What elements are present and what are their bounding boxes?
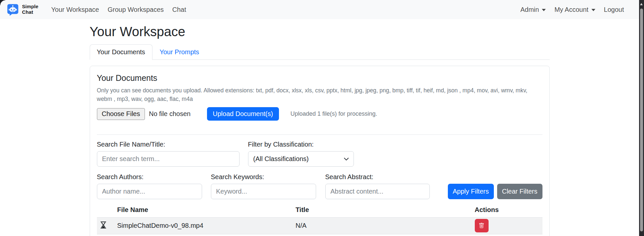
top-navbar: Simple Chat Your Workspace Group Workspa… [0, 0, 644, 19]
clear-filters-button[interactable]: Clear Filters [497, 184, 542, 199]
your-documents-card: Your Documents Only you can see document… [90, 66, 550, 236]
choose-files-button[interactable]: Choose Files [97, 108, 145, 120]
search-keywords-label: Search Keywords: [211, 173, 316, 181]
search-filename-label: Search File Name/Title: [97, 141, 240, 148]
nav-item-your-workspace[interactable]: Your Workspace [47, 3, 104, 17]
delete-document-button[interactable] [475, 219, 489, 232]
upload-status-text: Uploaded 1 file(s) for processing. [290, 110, 377, 117]
no-file-chosen-text: No file chosen [149, 110, 191, 118]
search-keywords-input[interactable] [211, 184, 316, 199]
caret-down-icon [591, 9, 595, 11]
filter-row-2: Search Authors: Search Keywords: Search … [97, 173, 542, 199]
card-heading: Your Documents [97, 73, 542, 83]
nav-item-chat[interactable]: Chat [168, 3, 190, 17]
trash-icon [479, 223, 484, 228]
search-authors-input[interactable] [97, 184, 202, 199]
search-abstract-input[interactable] [325, 184, 430, 199]
nav-dropdown-admin[interactable]: Admin [516, 3, 550, 17]
main-container: Your Workspace Your Documents Your Promp… [90, 24, 550, 236]
apply-filters-button[interactable]: Apply Filters [448, 184, 494, 199]
file-input[interactable]: Choose Files No file chosen [97, 108, 207, 120]
caret-down-icon [542, 9, 546, 11]
column-header-actions: Actions [475, 206, 542, 214]
nav-dropdown-my-account[interactable]: My Account [550, 3, 599, 17]
column-header-file-name: File Name [117, 206, 296, 214]
allowed-extensions-text: Only you can see documents you upload. A… [97, 86, 542, 104]
title-cell: N/A [296, 221, 475, 231]
divider [97, 134, 542, 135]
classification-filter-label: Filter by Classification: [248, 141, 354, 148]
table-row: SimpleChatDemo-v0_98.mp4 N/A [97, 217, 542, 234]
scroll-up-arrow-icon[interactable] [640, 3, 643, 5]
nav-item-logout[interactable]: Logout [600, 3, 628, 17]
table-header-row: File Name Title Actions [97, 203, 542, 217]
brand[interactable]: Simple Chat [7, 3, 38, 16]
tab-your-documents[interactable]: Your Documents [90, 44, 152, 60]
column-header-title: Title [296, 206, 475, 214]
tab-bar: Your Documents Your Prompts [90, 44, 550, 60]
search-filename-input[interactable] [97, 151, 240, 167]
nav-right: Admin My Account Logout [516, 3, 628, 17]
nav-item-group-workspaces[interactable]: Group Workspaces [103, 3, 168, 17]
nav-links: Your Workspace Group Workspaces Chat [47, 3, 191, 17]
file-name-cell: SimpleChatDemo-v0_98.mp4 [117, 221, 296, 231]
browser-scrollbar[interactable] [639, 0, 644, 236]
documents-table: File Name Title Actions [97, 203, 542, 234]
tab-your-prompts[interactable]: Your Prompts [152, 44, 206, 60]
filter-row-1: Search File Name/Title: Filter by Classi… [97, 141, 542, 167]
classification-select[interactable]: (All Classifications) [248, 151, 354, 167]
brand-text: Simple Chat [22, 4, 38, 15]
search-authors-label: Search Authors: [97, 173, 202, 181]
robot-chat-logo-icon [7, 3, 19, 16]
upload-documents-button[interactable]: Upload Document(s) [207, 107, 279, 121]
window-corner [0, 0, 5, 5]
upload-row: Choose Files No file chosen Upload Docum… [97, 107, 542, 121]
page-title: Your Workspace [90, 24, 550, 39]
search-abstract-label: Search Abstract: [325, 173, 430, 181]
scrollbar-thumb[interactable] [640, 9, 643, 231]
hourglass-icon [97, 220, 117, 232]
page-wrap: Your Workspace Your Documents Your Promp… [0, 24, 639, 236]
